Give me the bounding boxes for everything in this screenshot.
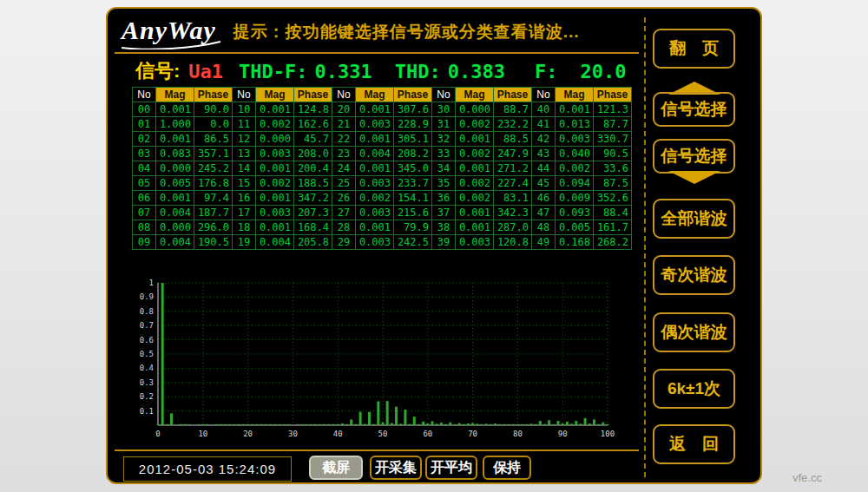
cell-phase: 187.7 bbox=[194, 206, 233, 220]
cell-phase: 242.5 bbox=[394, 235, 432, 250]
cell-no: 49 bbox=[532, 235, 556, 250]
cell-no: 35 bbox=[432, 176, 456, 191]
cell-mag: 0.001 bbox=[256, 102, 294, 117]
cell-mag: 0.000 bbox=[156, 161, 194, 176]
screenshot-button[interactable]: 截屏 bbox=[309, 456, 363, 480]
cell-no: 03 bbox=[133, 147, 156, 161]
svg-text:0.6: 0.6 bbox=[140, 336, 154, 344]
col-header-phase: Phase bbox=[194, 88, 233, 102]
cell-mag: 0.093 bbox=[556, 206, 594, 220]
cell-no: 33 bbox=[432, 147, 456, 161]
cell-no: 34 bbox=[432, 161, 456, 176]
cell-no: 12 bbox=[233, 132, 256, 147]
svg-text:0.8: 0.8 bbox=[140, 307, 154, 316]
cell-mag: 0.001 bbox=[456, 161, 494, 176]
table-row: 011.0000.0110.002162.6210.003228.9310.00… bbox=[133, 117, 632, 132]
cell-mag: 0.001 bbox=[456, 206, 494, 220]
table-row: 000.00190.0100.001124.8200.001307.6300.0… bbox=[133, 102, 632, 117]
cell-no: 37 bbox=[432, 206, 456, 220]
cell-mag: 0.001 bbox=[256, 191, 294, 206]
cell-phase: 205.8 bbox=[294, 235, 332, 250]
col-header-no: No bbox=[332, 88, 356, 102]
six-k-plus-minus-one-button[interactable]: 6k±1次 bbox=[653, 369, 735, 409]
cell-phase: 330.7 bbox=[594, 132, 632, 147]
table-row: 070.004187.7170.003207.3270.003215.6370.… bbox=[133, 206, 632, 220]
cell-mag: 0.001 bbox=[456, 220, 494, 235]
cell-mag: 0.001 bbox=[456, 132, 494, 147]
signal-select-down-button[interactable]: 信号选择 bbox=[653, 139, 735, 184]
cell-phase: 352.6 bbox=[594, 191, 632, 206]
table-row: 050.005176.8150.002188.5250.003233.7350.… bbox=[133, 176, 632, 191]
cell-phase: 120.8 bbox=[494, 235, 532, 250]
all-harmonics-button[interactable]: 全部谐波 bbox=[653, 199, 735, 239]
cell-mag: 0.002 bbox=[456, 147, 494, 161]
cell-no: 01 bbox=[133, 117, 156, 132]
cell-phase: 124.8 bbox=[294, 102, 332, 117]
back-button[interactable]: 返 回 bbox=[653, 424, 735, 464]
cell-phase: 357.1 bbox=[194, 147, 233, 161]
col-header-no: No bbox=[432, 88, 456, 102]
harmonics-table-wrap: NoMagPhaseNoMagPhaseNoMagPhaseNoMagPhase… bbox=[132, 87, 632, 250]
cell-no: 48 bbox=[532, 220, 556, 235]
page-turn-button[interactable]: 翻 页 bbox=[653, 29, 735, 69]
cell-mag: 0.001 bbox=[156, 102, 194, 117]
cell-phase: 228.9 bbox=[394, 117, 432, 132]
screenshot-button-label: 截屏 bbox=[322, 459, 350, 477]
cell-no: 20 bbox=[332, 102, 356, 117]
cell-phase: 232.2 bbox=[494, 117, 532, 132]
cell-mag: 0.001 bbox=[256, 161, 294, 176]
cell-phase: 87.7 bbox=[594, 117, 632, 132]
cell-phase: 233.7 bbox=[394, 176, 432, 191]
cell-phase: 227.4 bbox=[494, 176, 532, 191]
col-header-mag: Mag bbox=[356, 88, 394, 102]
cell-no: 30 bbox=[432, 102, 456, 117]
cell-no: 21 bbox=[332, 117, 356, 132]
brand-logo: AnyWay bbox=[120, 16, 221, 49]
col-header-no: No bbox=[532, 88, 556, 102]
cell-mag: 0.003 bbox=[556, 132, 594, 147]
signal-select-up-label: 信号选择 bbox=[653, 92, 735, 127]
hint-text: 提示：按功能键选择信号源或分类查看谐波... bbox=[233, 21, 580, 43]
cell-mag: 0.003 bbox=[256, 206, 294, 220]
svg-text:0.3: 0.3 bbox=[140, 378, 154, 387]
cell-phase: 90.0 bbox=[194, 102, 233, 117]
page-turn-button-label: 翻 页 bbox=[669, 37, 719, 60]
cell-mag: 0.001 bbox=[556, 102, 594, 117]
cell-mag: 0.002 bbox=[556, 161, 594, 176]
side-panel-divider bbox=[644, 17, 646, 477]
cell-no: 22 bbox=[332, 132, 356, 147]
even-harmonics-button[interactable]: 偶次谐波 bbox=[653, 312, 735, 352]
cell-phase: 200.4 bbox=[294, 161, 332, 176]
cell-mag: 0.009 bbox=[556, 191, 594, 206]
cell-phase: 88.5 bbox=[494, 132, 532, 147]
cell-mag: 0.168 bbox=[556, 235, 594, 250]
svg-text:50: 50 bbox=[378, 430, 388, 438]
even-harmonics-button-label: 偶次谐波 bbox=[661, 321, 727, 344]
cell-phase: 83.1 bbox=[494, 191, 532, 206]
cell-phase: 45.7 bbox=[294, 132, 332, 147]
cell-mag: 0.003 bbox=[256, 147, 294, 161]
cell-no: 14 bbox=[233, 161, 256, 176]
odd-harmonics-button[interactable]: 奇次谐波 bbox=[653, 255, 735, 295]
cell-phase: 87.5 bbox=[594, 176, 632, 191]
cell-no: 08 bbox=[133, 220, 156, 235]
cell-phase: 188.5 bbox=[294, 176, 332, 191]
svg-text:0.4: 0.4 bbox=[140, 364, 154, 372]
cell-mag: 0.004 bbox=[156, 206, 194, 220]
cell-mag: 0.001 bbox=[356, 102, 394, 117]
thdf-label: THD-F: bbox=[239, 61, 307, 82]
freq-label: F: bbox=[535, 61, 558, 82]
cell-phase: 33.6 bbox=[594, 161, 632, 176]
hold-button[interactable]: 保持 bbox=[483, 456, 531, 480]
watermark: vfe.cc bbox=[792, 471, 822, 484]
table-row: 090.004190.5190.004205.8290.003242.5390.… bbox=[133, 235, 632, 250]
start-average-button[interactable]: 开平均 bbox=[425, 456, 477, 480]
cell-phase: 79.9 bbox=[394, 220, 432, 235]
signal-select-up-button[interactable]: 信号选择 bbox=[653, 82, 735, 127]
svg-text:0: 0 bbox=[155, 430, 160, 438]
start-capture-button[interactable]: 开采集 bbox=[370, 456, 422, 480]
svg-text:80: 80 bbox=[513, 430, 523, 438]
svg-text:90: 90 bbox=[558, 430, 568, 438]
cell-no: 17 bbox=[233, 206, 256, 220]
cell-phase: 207.3 bbox=[294, 206, 332, 220]
